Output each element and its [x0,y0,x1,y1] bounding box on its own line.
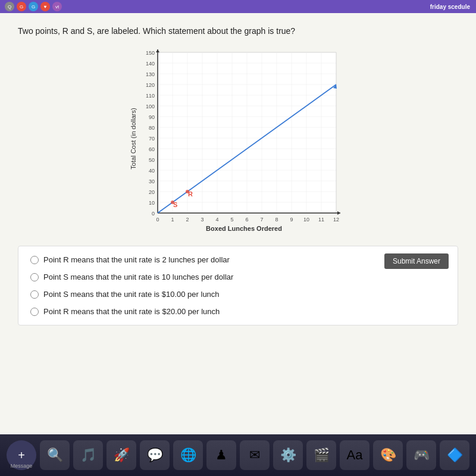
dock-colors[interactable]: 🎨 [373,440,403,470]
answer-text-b: Point S means that the unit rate is 10 l… [43,273,233,281]
svg-text:0: 0 [152,211,155,217]
dock-message-label: Message [11,463,33,469]
top-bar-title: friday scedule [430,4,470,10]
top-bar-icons: Q G G ♥ vt [5,2,62,11]
taskbar-icon-4: ♥ [40,2,50,11]
dock-media[interactable]: 🎬 [306,440,336,470]
main-content: Two points, R and S, are labeled. Which … [0,13,476,434]
svg-text:3: 3 [201,217,203,223]
svg-text:60: 60 [149,146,155,152]
answer-option-b: Point S means that the unit rate is 10 l… [30,273,446,281]
dock-messages[interactable]: 💬 [140,440,170,470]
radio-b[interactable] [30,273,39,281]
svg-text:4: 4 [215,217,218,223]
svg-text:8: 8 [275,217,278,223]
svg-text:80: 80 [149,125,155,131]
svg-point-67 [171,201,174,204]
svg-text:10: 10 [303,217,309,223]
svg-text:5: 5 [230,217,233,223]
svg-text:90: 90 [149,114,155,120]
svg-text:140: 140 [146,61,155,67]
graph-area: Total Cost (in dollars) [18,46,458,237]
svg-text:1: 1 [171,217,174,223]
svg-text:150: 150 [146,50,155,56]
taskbar-icon-2: G [17,2,26,11]
dock-font[interactable]: Aa [340,440,369,470]
svg-text:40: 40 [149,168,155,174]
svg-text:12: 12 [333,217,339,223]
answer-text-a: Point R means that the unit rate is 2 lu… [43,255,230,264]
dock-mail[interactable]: ✉ [240,440,270,470]
radio-c[interactable] [30,290,39,299]
svg-text:7: 7 [260,217,263,223]
taskbar-icon-5: vt [52,2,62,11]
svg-text:0: 0 [156,217,159,223]
svg-text:10: 10 [149,200,155,206]
svg-text:Total Cost (in dollars): Total Cost (in dollars) [130,108,137,169]
svg-text:110: 110 [146,93,155,99]
answer-text-c: Point S means that the unit rate is $10.… [43,290,220,299]
svg-text:2: 2 [186,217,189,223]
top-bar: Q G G ♥ vt friday scedule [0,0,476,13]
svg-text:30: 30 [149,178,155,184]
svg-text:20: 20 [149,189,155,195]
svg-marker-61 [337,211,340,215]
submit-button[interactable]: Submit Answer [384,253,449,269]
dock-settings[interactable]: ⚙️ [273,440,303,470]
graph-svg: Total Cost (in dollars) [125,46,351,237]
dock-message-area: + Message [7,440,36,470]
answer-option-c: Point S means that the unit rate is $10.… [30,290,446,299]
radio-a[interactable] [30,256,39,264]
graph-container: Total Cost (in dollars) [125,46,351,237]
svg-text:100: 100 [146,104,155,109]
svg-marker-63 [156,49,159,52]
answers-section: Submit Answer Point R means that the uni… [18,246,458,325]
taskbar-icon-3: G [29,2,38,11]
svg-text:9: 9 [290,217,293,223]
dock: + Message 🔍 🎵 🚀 💬 🌐 ♟ ✉ ⚙️ 🎬 Aa 🎨 🎮 🔷 [0,434,476,476]
svg-text:6: 6 [245,217,248,223]
svg-text:120: 120 [146,82,155,88]
dock-chess[interactable]: ♟ [206,440,236,470]
answer-text-d: Point R means that the unit rate is $20.… [43,307,220,316]
svg-point-69 [186,190,189,193]
svg-text:11: 11 [318,217,324,223]
question-text: Two points, R and S, are labeled. Which … [18,25,458,37]
dock-game[interactable]: 🎮 [406,440,436,470]
answer-option-a: Point R means that the unit rate is 2 lu… [30,255,446,264]
dock-finder[interactable]: 🔍 [40,440,70,470]
dock-unknown[interactable]: 🔷 [440,440,469,470]
svg-text:70: 70 [149,136,155,142]
answer-option-d: Point R means that the unit rate is $20.… [30,307,446,316]
dock-siri[interactable]: 🎵 [73,440,103,470]
taskbar-icon-1: Q [5,2,14,11]
dock-chrome[interactable]: 🌐 [173,440,203,470]
svg-text:130: 130 [146,71,155,77]
svg-text:50: 50 [149,157,155,163]
radio-d[interactable] [30,308,39,316]
dock-launchpad[interactable]: 🚀 [107,440,136,470]
svg-text:Boxed Lunches Ordered: Boxed Lunches Ordered [206,225,282,232]
